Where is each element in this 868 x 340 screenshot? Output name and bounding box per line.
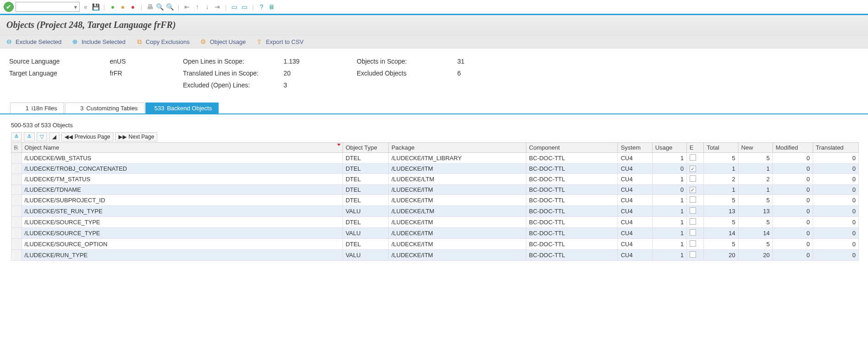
monitor-icon[interactable]: 🖥	[268, 3, 276, 11]
table-row[interactable]: /LUDECKE/SOURCE_OPTIONDTEL/LUDECKE/ITMBC…	[11, 239, 859, 250]
col-new[interactable]: New	[738, 143, 772, 153]
col-usage[interactable]: Usage	[652, 143, 686, 153]
table-row[interactable]: /LUDECKE/SOURCE_TYPEDTEL/LUDECKE/ITMBC-D…	[11, 217, 859, 228]
table-row[interactable]: /LUDECKE/TDNAMEDTEL/LUDECKE/ITMBC-DOC-TT…	[11, 185, 859, 195]
cell-type: DTEL	[343, 153, 388, 164]
cell-e[interactable]	[686, 195, 704, 206]
include-selected-button[interactable]: ⊕ Include Selected	[71, 38, 125, 45]
table-row[interactable]: /LUDECKE/RUN_TYPEVALU/LUDECKE/ITMBC-DOC-…	[11, 250, 859, 261]
exclude-selected-button[interactable]: ⊖ Exclude Selected	[5, 38, 61, 45]
page-down-icon[interactable]: ↓	[203, 3, 211, 11]
page-first-icon[interactable]: ⇤	[183, 3, 191, 11]
row-selector[interactable]	[11, 174, 22, 185]
table-row[interactable]: /LUDECKE/SOURCE_TYPEVALU/LUDECKE/ITMBC-D…	[11, 228, 859, 239]
row-selector[interactable]	[11, 239, 22, 250]
cell-system: CU4	[618, 239, 652, 250]
more-button[interactable]: ◢	[49, 132, 59, 141]
col-object-name[interactable]: Object Name	[21, 143, 343, 153]
grid-area: 500-533 of 533 Objects ≜ ≛ ▽ ◢ ◀◀Previou…	[0, 114, 868, 263]
row-selector[interactable]	[11, 217, 22, 228]
tab-i18n-files[interactable]: 1i18n Files	[10, 103, 64, 113]
tab-backend-objects[interactable]: 533Backend Objects	[145, 103, 219, 113]
row-selector[interactable]	[11, 164, 22, 174]
sort-desc-icon: ≛	[27, 134, 32, 140]
col-total[interactable]: Total	[704, 143, 738, 153]
tab-customizing-tables[interactable]: 3Customizing Tables	[65, 103, 145, 113]
table-row[interactable]: /LUDECKE/STE_RUN_TYPEVALU/LUDECKE/LTMBC-…	[11, 206, 859, 217]
row-selector[interactable]	[11, 195, 22, 206]
page-last-icon[interactable]: ⇥	[213, 3, 221, 11]
find-next-icon[interactable]: 🔍	[166, 3, 174, 11]
object-usage-button[interactable]: ⚙ Object Usage	[200, 38, 246, 45]
cell-modified: 0	[772, 206, 813, 217]
new-session-icon[interactable]: ▭	[230, 3, 239, 11]
checkbox-icon	[690, 229, 696, 236]
cell-name: /LUDECKE/SOURCE_TYPE	[21, 217, 343, 228]
cell-e[interactable]	[686, 217, 704, 228]
table-row[interactable]: /LUDECKE/SUBPROJECT_IDDTEL/LUDECKE/ITMBC…	[11, 195, 859, 206]
export-label: Export to CSV	[266, 38, 303, 45]
copy-exclusions-button[interactable]: ⧉ Copy Exclusions	[136, 38, 190, 45]
find-icon[interactable]: 🔍	[156, 3, 164, 11]
cell-usage: 1	[652, 228, 686, 239]
cell-component: BC-DOC-TTL	[526, 239, 618, 250]
save-icon[interactable]: 💾	[91, 3, 100, 11]
col-translated[interactable]: Translated	[813, 143, 858, 153]
row-selector-header[interactable]: ⎘	[11, 143, 22, 153]
cell-system: CU4	[618, 250, 652, 261]
col-package[interactable]: Package	[388, 143, 526, 153]
red-ball-icon[interactable]: ●	[129, 3, 137, 11]
next-page-button[interactable]: ▶▶Next Page	[115, 132, 157, 141]
table-row[interactable]: /LUDECKE/TROBJ_CONCATENATEDDTEL/LUDECKE/…	[11, 164, 859, 174]
cell-usage: 1	[652, 239, 686, 250]
ok-icon[interactable]: ✔	[4, 2, 14, 12]
checkbox-icon	[690, 251, 696, 258]
cell-package: /LUDECKE/ITM	[388, 239, 526, 250]
cell-total: 1	[704, 185, 738, 195]
layout-icon[interactable]: ▭	[241, 3, 249, 11]
help-icon[interactable]: ?	[257, 3, 266, 11]
open-lines-value: 1.139	[284, 58, 320, 65]
more-icon: ◢	[52, 134, 56, 140]
table-header-row: ⎘ Object Name Object Type Package Compon…	[11, 143, 859, 153]
col-object-type[interactable]: Object Type	[343, 143, 388, 153]
green-ball-icon[interactable]: ●	[108, 3, 117, 11]
copy-label: Copy Exclusions	[146, 38, 190, 45]
export-csv-button[interactable]: ⇪ Export to CSV	[256, 38, 303, 45]
col-system[interactable]: System	[618, 143, 652, 153]
cell-e[interactable]	[686, 228, 704, 239]
tgt-lang-value: frFR	[110, 70, 146, 77]
row-selector[interactable]	[11, 228, 22, 239]
tab-strip: 1i18n Files 3Customizing Tables 533Backe…	[0, 103, 868, 114]
cell-e[interactable]	[686, 164, 704, 174]
page-up-icon[interactable]: ↑	[193, 3, 201, 11]
prev-page-button[interactable]: ◀◀Previous Page	[61, 132, 113, 141]
cell-e[interactable]	[686, 185, 704, 195]
cell-system: CU4	[618, 164, 652, 174]
table-row[interactable]: /LUDECKE/TM_STATUSDTEL/LUDECKE/LTMBC-DOC…	[11, 174, 859, 185]
col-modified[interactable]: Modified	[772, 143, 813, 153]
filter-button[interactable]: ▽	[37, 132, 47, 141]
orange-ball-icon[interactable]: ●	[118, 3, 127, 11]
sort-desc-button[interactable]: ≛	[24, 132, 35, 141]
table-row[interactable]: /LUDECKE/WB_STATUSDTEL/LUDECKE/ITM_LIBRA…	[11, 153, 859, 164]
row-selector[interactable]	[11, 153, 22, 164]
row-selector[interactable]	[11, 206, 22, 217]
cell-e[interactable]	[686, 239, 704, 250]
cell-e[interactable]	[686, 174, 704, 185]
objs-scope-label: Objects in Scope:	[357, 58, 457, 65]
cell-e[interactable]	[686, 153, 704, 164]
col-e[interactable]: E	[686, 143, 704, 153]
cell-e[interactable]	[686, 250, 704, 261]
command-field[interactable]: ▾	[16, 2, 80, 12]
row-selector[interactable]	[11, 185, 22, 195]
copy-icon: ⧉	[136, 38, 143, 45]
back-icon[interactable]: «	[81, 3, 90, 11]
objs-scope-value: 31	[457, 58, 494, 65]
print-icon[interactable]: 🖶	[146, 3, 154, 11]
filter-icon: ▽	[40, 134, 44, 140]
col-component[interactable]: Component	[526, 143, 618, 153]
cell-e[interactable]	[686, 206, 704, 217]
sort-asc-button[interactable]: ≜	[11, 132, 22, 141]
row-selector[interactable]	[11, 250, 22, 261]
